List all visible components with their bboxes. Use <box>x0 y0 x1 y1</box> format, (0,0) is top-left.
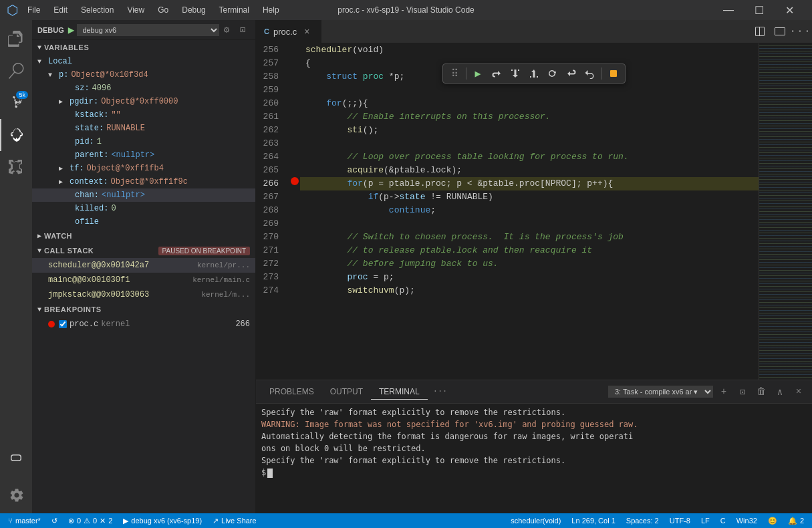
menu-view[interactable]: View <box>122 4 150 16</box>
status-eol[interactable]: LF <box>698 517 712 525</box>
eol-label: LF <box>701 517 710 525</box>
callstack-item-2[interactable]: jmpkstack@@0x00103063 kernel/m... <box>32 287 255 302</box>
debug-config-select[interactable]: debug xv6 <box>77 24 219 36</box>
status-cursor-position[interactable]: Ln 269, Col 1 <box>569 517 618 525</box>
terminal-more-button[interactable]: ··· <box>428 384 453 399</box>
tab-problems[interactable]: PROBLEMS <box>261 384 322 399</box>
activity-source-control[interactable]: 5k <box>0 87 32 119</box>
dab-drag-handle[interactable]: ⠿ <box>446 65 463 82</box>
callstack-item-0[interactable]: scheduler@@0x001042a7 kernel/pr... <box>32 258 255 273</box>
activity-extensions[interactable] <box>0 151 32 183</box>
var-chan[interactable]: ▶ chan: <nullptr> <box>32 188 255 202</box>
status-live-share[interactable]: ↗ Live Share <box>210 517 259 525</box>
terminal-task-select[interactable]: 3: Task - compile xv6 ar ▾ <box>608 386 713 398</box>
debug-toolbar-icons: ⚙ ⊡ <box>219 23 250 37</box>
status-errors[interactable]: ⊗ 0 ⚠ 0 ✕ 2 <box>65 517 115 525</box>
var-p[interactable]: ▼ p: Object@*0x10f3d4 <box>32 68 255 82</box>
status-os[interactable]: Win32 <box>734 517 760 525</box>
dab-step-into[interactable] <box>507 65 524 82</box>
dab-step-out[interactable] <box>525 65 543 82</box>
terminal-close-button[interactable]: × <box>791 384 807 400</box>
debug-settings-icon[interactable]: ⚙ <box>219 23 234 37</box>
menu-help[interactable]: Help <box>257 4 285 16</box>
line-num-265: 265 <box>256 164 284 177</box>
breakpoint-item-0[interactable]: proc.c kernel 266 <box>32 317 255 332</box>
menu-selection[interactable]: Selection <box>76 4 119 16</box>
var-tf[interactable]: ▶ tf: Object@*0xff1fb4 <box>32 162 255 175</box>
callstack-header[interactable]: ▼ CALL STACK PAUSED ON BREAKPOINT <box>32 243 255 258</box>
term-line-5: $ <box>261 467 807 479</box>
breakpoint-marker-266[interactable] <box>291 177 299 185</box>
terminal-content[interactable]: Specify the 'raw' format explicitly to r… <box>256 404 812 513</box>
status-function[interactable]: scheduler(void) <box>508 517 563 525</box>
var-ofile[interactable]: ▶ ofile <box>32 215 255 229</box>
activity-explorer[interactable] <box>0 23 32 55</box>
code-editor: 256 257 258 259 260 261 262 263 264 265 … <box>256 43 812 380</box>
var-parent[interactable]: ▶ parent: <nullptr> <box>32 148 255 162</box>
breakpoints-header[interactable]: ▼ BREAKPOINTS <box>32 302 255 317</box>
bell-icon: 🔔 <box>788 517 797 525</box>
status-sync[interactable]: ↺ <box>49 517 60 525</box>
breakpoints-section: ▼ BREAKPOINTS proc.c kernel 266 <box>32 302 255 332</box>
function-name: scheduler(void) <box>511 517 561 525</box>
gutter <box>289 43 300 380</box>
code-content[interactable]: scheduler(void) { struct proc *p; for(;;… <box>300 43 759 380</box>
activity-debug[interactable] <box>0 119 32 151</box>
terminal-split-button[interactable]: ⊡ <box>734 384 751 400</box>
dab-continue[interactable]: ▶ <box>469 65 487 82</box>
watch-header[interactable]: ▶ WATCH <box>32 229 255 243</box>
variables-header[interactable]: ▼ VARIABLES <box>32 40 255 55</box>
debug-run-label: debug xv6 (xv6-sp19) <box>131 517 202 525</box>
status-encoding[interactable]: UTF-8 <box>667 517 693 525</box>
variables-arrow: ▼ <box>37 44 41 51</box>
maximize-button[interactable]: ☐ <box>744 0 775 20</box>
tab-proc-c[interactable]: C proc.c × <box>256 20 321 43</box>
minimize-button[interactable]: — <box>713 0 744 20</box>
menu-edit[interactable]: Edit <box>48 4 73 16</box>
status-debug-run[interactable]: ▶ debug xv6 (xv6-sp19) <box>120 517 205 525</box>
tab-output[interactable]: OUTPUT <box>322 384 371 399</box>
split-editor-icon[interactable] <box>751 22 769 41</box>
terminal-collapse-button[interactable]: ∧ <box>772 384 788 400</box>
menu-go[interactable]: Go <box>152 4 174 16</box>
editor-layout-icon[interactable] <box>771 22 789 41</box>
tab-terminal[interactable]: TERMINAL <box>371 384 428 400</box>
line-num-262: 262 <box>256 124 284 137</box>
var-killed[interactable]: ▶ killed: 0 <box>32 202 255 215</box>
close-button[interactable]: ✕ <box>775 0 805 20</box>
var-state[interactable]: ▶ state: RUNNABLE <box>32 122 255 135</box>
dab-restart[interactable] <box>544 65 561 82</box>
var-pgdir[interactable]: ▶ pgdir: Object@*0xff0000 <box>32 95 255 108</box>
tab-close-button[interactable]: × <box>301 25 313 37</box>
activity-remote[interactable] <box>0 444 32 476</box>
watch-arrow: ▶ <box>37 232 41 240</box>
status-spaces[interactable]: Spaces: 2 <box>624 517 662 525</box>
var-kstack[interactable]: ▶ kstack: "" <box>32 108 255 122</box>
status-feedback[interactable]: 😊 <box>765 517 780 525</box>
menu-file[interactable]: File <box>22 4 45 16</box>
menu-terminal[interactable]: Terminal <box>214 4 255 16</box>
dab-step-back[interactable] <box>563 65 580 82</box>
dab-step-over[interactable] <box>488 65 505 82</box>
dab-reverse[interactable] <box>581 65 599 82</box>
status-branch[interactable]: ⑂ master* <box>5 517 43 525</box>
var-pid[interactable]: ▶ pid: 1 <box>32 135 255 148</box>
activity-search[interactable] <box>0 55 32 87</box>
breakpoint-checkbox[interactable] <box>59 320 67 328</box>
debug-play-button[interactable]: ▶ <box>68 23 75 37</box>
terminal-add-button[interactable]: + <box>716 384 732 400</box>
status-notifications[interactable]: 🔔 2 <box>785 517 807 525</box>
terminal-trash-button[interactable]: 🗑 <box>753 384 769 400</box>
var-context[interactable]: ▶ context: Object@*0xff1f9c <box>32 175 255 188</box>
debug-layout-icon[interactable]: ⊡ <box>235 23 250 37</box>
line-num-273: 273 <box>256 271 284 284</box>
callstack-item-1[interactable]: mainc@@0x001030f1 kernel/main.c <box>32 273 255 287</box>
more-actions-icon[interactable]: ··· <box>791 22 809 41</box>
var-sz[interactable]: ▶ sz: 4096 <box>32 82 255 95</box>
watch-section: ▶ WATCH <box>32 229 255 243</box>
dab-stop[interactable] <box>605 65 622 82</box>
menu-debug[interactable]: Debug <box>176 4 211 16</box>
status-language[interactable]: C <box>718 517 728 525</box>
local-group[interactable]: ▼ Local <box>32 55 255 68</box>
activity-settings[interactable] <box>0 479 32 511</box>
